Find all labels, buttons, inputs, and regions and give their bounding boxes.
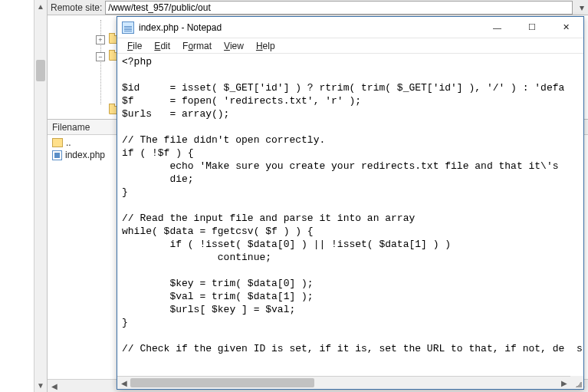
file-label: .. (66, 137, 71, 148)
scroll-left-icon[interactable]: ◀ (117, 377, 130, 389)
menu-label: elp (263, 41, 275, 51)
menu-label: rmat (193, 41, 212, 51)
menu-label: dit (160, 41, 170, 51)
remote-site-bar: Remote site: ▾ (48, 0, 588, 15)
notepad-icon (122, 21, 134, 34)
close-button[interactable]: ✕ (549, 17, 583, 38)
remote-path-input[interactable] (105, 1, 573, 15)
menubar: File Edit Format View Help (117, 38, 583, 54)
file-label: index.php (65, 150, 105, 160)
menu-help[interactable]: Help (251, 39, 281, 53)
remote-path-dropdown-icon[interactable]: ▾ (576, 2, 588, 13)
tree-collapse-icon[interactable]: − (96, 52, 105, 61)
maximize-button[interactable]: ☐ (514, 17, 549, 38)
menu-format[interactable]: Format (177, 39, 217, 53)
php-file-icon (52, 150, 62, 160)
menu-label: ile (133, 41, 142, 51)
tree-expand-icon[interactable]: + (96, 35, 105, 44)
minimize-button[interactable]: — (480, 17, 514, 38)
menu-file[interactable]: File (122, 39, 147, 53)
titlebar[interactable]: index.php - Notepad — ☐ ✕ (117, 17, 583, 38)
scroll-thumb[interactable] (36, 60, 45, 81)
scroll-left-icon[interactable]: ◀ (48, 380, 61, 392)
folder-up-icon (52, 138, 63, 147)
notepad-window: index.php - Notepad — ☐ ✕ File Edit Form… (117, 16, 584, 390)
editor-area[interactable]: <?php $id = isset( $_GET['id'] ) ? rtrim… (117, 54, 583, 376)
menu-view[interactable]: View (218, 39, 249, 53)
local-tree-scrollbar[interactable]: ▲ ▼ (34, 0, 47, 392)
resize-grip-icon[interactable] (570, 376, 583, 389)
remote-label: Remote site: (51, 2, 102, 13)
scroll-down-icon[interactable]: ▼ (34, 379, 47, 392)
editor-hscroll[interactable]: ◀ ▶ (117, 376, 570, 389)
scroll-right-icon[interactable]: ▶ (557, 377, 570, 389)
scroll-up-icon[interactable]: ▲ (34, 0, 47, 13)
editor-text[interactable]: <?php $id = isset( $_GET['id'] ) ? rtrim… (117, 54, 583, 357)
window-title: index.php - Notepad (139, 22, 480, 33)
menu-label: iew (230, 41, 244, 51)
menu-edit[interactable]: Edit (149, 39, 176, 53)
scroll-thumb[interactable] (130, 378, 314, 387)
local-tree-pane: ▲ ▼ (0, 0, 48, 392)
